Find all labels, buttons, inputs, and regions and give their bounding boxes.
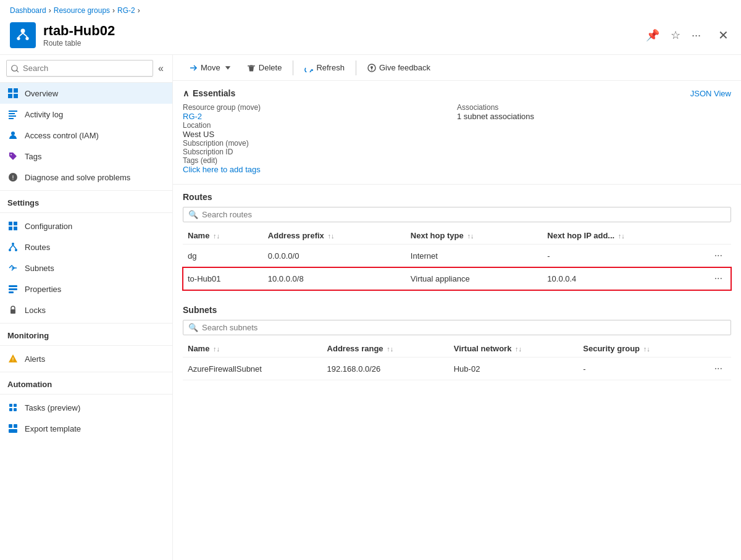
sidebar-collapse-button[interactable]: « [156, 61, 166, 77]
svg-point-2 [25, 37, 28, 40]
svg-rect-17 [14, 227, 17, 230]
essentials-tags: Tags (edit) Click here to add tags [183, 156, 731, 174]
routes-col-actions [706, 227, 731, 244]
refresh-button[interactable]: Refresh [298, 60, 351, 75]
routes-col-name[interactable]: Name ↑↓ [183, 227, 263, 244]
sidebar-item-activity-log[interactable]: Activity log [0, 104, 172, 125]
svg-rect-14 [9, 222, 12, 225]
sidebar-item-tags[interactable]: Tags [0, 146, 172, 167]
essentials-resource-group: Resource group (move) RG-2 [183, 103, 457, 121]
subnets-row-azurefirewall-name: AzureFirewallSubnet [183, 357, 322, 380]
sidebar-item-overview[interactable]: Overview [0, 83, 172, 104]
essentials-empty-1 [457, 121, 731, 139]
sidebar-item-configuration[interactable]: Configuration [0, 215, 172, 236]
move-resource-group-link[interactable]: move [240, 103, 258, 112]
pin-button[interactable]: 📌 [643, 26, 662, 44]
sidebar-item-iam[interactable]: Access control (IAM) [0, 125, 172, 146]
breadcrumb-resource-groups[interactable]: Resource groups [54, 6, 110, 15]
tags-icon [7, 151, 19, 162]
add-tags-link[interactable]: Click here to add tags [183, 165, 261, 174]
subnets-table: Name ↑↓ Address range ↑↓ Virtual network… [183, 340, 731, 380]
essentials-subscription: Subscription (move) [183, 139, 457, 148]
subnets-col-name-sort[interactable]: ↑↓ [213, 345, 220, 353]
sidebar-item-routes[interactable]: Routes [0, 236, 172, 257]
delete-button[interactable]: Delete [241, 60, 288, 75]
route-table-icon [14, 27, 31, 44]
sidebar-item-properties[interactable]: Properties [0, 278, 172, 299]
resource-group-link[interactable]: RG-2 [183, 112, 202, 121]
subnets-search-box: 🔍 [183, 320, 731, 335]
sidebar-item-export[interactable]: Export template [0, 418, 172, 439]
svg-line-3 [19, 33, 23, 37]
routes-col-hop-type-sort[interactable]: ↑↓ [467, 232, 474, 240]
subnets-search-input[interactable] [202, 323, 726, 332]
routes-col-hop-type[interactable]: Next hop type ↑↓ [406, 227, 543, 244]
export-icon [7, 423, 19, 434]
alerts-icon [7, 353, 19, 364]
edit-tags-link[interactable]: edit [203, 156, 215, 165]
sidebar-item-tags-label: Tags [25, 152, 41, 161]
routes-row-dg-more-button[interactable]: ··· [711, 249, 726, 262]
routes-col-prefix[interactable]: Address prefix ↑↓ [263, 227, 406, 244]
routes-row-dg-name: dg [183, 244, 263, 267]
subnets-row-azurefirewall-range: 192.168.0.0/26 [322, 357, 449, 380]
more-options-button[interactable]: ··· [689, 27, 703, 44]
svg-rect-32 [9, 424, 12, 428]
sidebar-item-properties-label: Properties [25, 285, 61, 294]
breadcrumb-rg2[interactable]: RG-2 [117, 6, 135, 15]
sidebar-item-tasks[interactable]: Tasks (preview) [0, 397, 172, 418]
subnets-col-vnet[interactable]: Virtual network ↑↓ [449, 340, 579, 357]
sidebar-item-tasks-label: Tasks (preview) [25, 403, 80, 412]
sidebar-item-activity-log-label: Activity log [25, 110, 63, 119]
svg-rect-27 [10, 309, 15, 314]
routes-row-to-hub01-prefix: 10.0.0.0/8 [263, 267, 406, 290]
routes-row-dg-prefix: 0.0.0.0/0 [263, 244, 406, 267]
subnets-col-vnet-sort[interactable]: ↑↓ [515, 345, 522, 353]
favorite-button[interactable]: ☆ [668, 26, 683, 44]
svg-rect-15 [14, 222, 17, 225]
svg-rect-37 [248, 65, 255, 67]
routes-col-prefix-sort[interactable]: ↑↓ [327, 232, 334, 240]
subnets-col-range-sort[interactable]: ↑↓ [387, 345, 393, 353]
subnets-col-name[interactable]: Name ↑↓ [183, 340, 322, 357]
svg-rect-28 [9, 404, 12, 407]
content-area: Move Delete Refresh Give feedback ∧ Es [173, 55, 741, 560]
resource-name: rtab-Hub02 [43, 23, 643, 39]
sidebar-item-routes-label: Routes [25, 243, 50, 252]
routes-col-name-sort[interactable]: ↑↓ [213, 232, 220, 240]
essentials-title: ∧ Essentials [183, 88, 235, 98]
subnets-col-range[interactable]: Address range ↑↓ [322, 340, 449, 357]
search-input[interactable] [6, 60, 153, 77]
subnets-section: Subnets 🔍 Name ↑↓ Address range ↑↓ [173, 298, 741, 388]
svg-point-18 [12, 243, 14, 245]
subnets-icon [7, 262, 19, 274]
subnets-row-azurefirewall-more-button[interactable]: ··· [711, 362, 726, 375]
sidebar-item-diagnose[interactable]: Diagnose and solve problems [0, 167, 172, 188]
subnets-section-title: Subnets [183, 305, 731, 315]
sidebar-item-alerts[interactable]: Alerts [0, 348, 172, 369]
subnets-col-security[interactable]: Security group ↑↓ [578, 340, 705, 357]
close-button[interactable]: ✕ [716, 25, 731, 45]
routes-search-box: 🔍 [183, 207, 731, 222]
sidebar-item-locks[interactable]: Locks [0, 299, 172, 320]
move-icon [189, 64, 198, 72]
json-view-link[interactable]: JSON View [690, 89, 731, 98]
routes-row-to-hub01-more-button[interactable]: ··· [711, 272, 726, 285]
move-button[interactable]: Move [183, 60, 238, 75]
routes-col-hop-ip-sort[interactable]: ↑↓ [618, 232, 625, 240]
routes-col-hop-ip[interactable]: Next hop IP add... ↑↓ [542, 227, 705, 244]
feedback-button[interactable]: Give feedback [361, 60, 437, 75]
svg-rect-10 [9, 113, 15, 114]
subnets-col-security-sort[interactable]: ↑↓ [643, 345, 650, 353]
routes-row-to-hub01-hop-type: Virtual appliance [406, 267, 543, 290]
svg-rect-16 [9, 227, 12, 230]
svg-point-13 [11, 132, 15, 135]
essentials-chevron[interactable]: ∧ [183, 88, 189, 98]
breadcrumb-dashboard[interactable]: Dashboard [10, 6, 46, 15]
move-subscription-link[interactable]: move [228, 139, 246, 148]
toolbar-separator-1 [293, 61, 293, 75]
routes-search-input[interactable] [202, 210, 726, 219]
sidebar-item-subnets[interactable]: Subnets [0, 257, 172, 278]
essentials-associations: Associations 1 subnet associations [457, 103, 731, 121]
essentials-empty-3 [457, 148, 731, 156]
